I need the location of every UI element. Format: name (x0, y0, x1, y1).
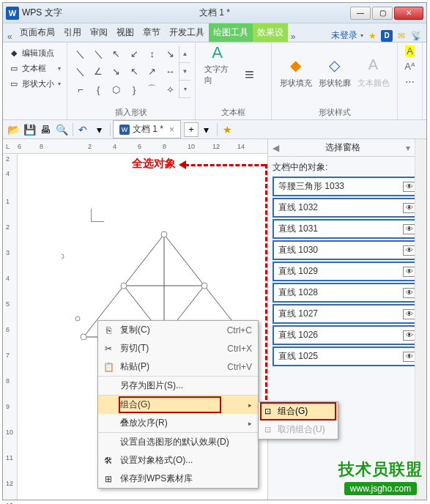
object-list-item[interactable]: 直线 1031👁 (273, 219, 422, 239)
object-list-item[interactable]: 直线 1032👁 (273, 198, 422, 218)
print-button[interactable]: 🖶 (38, 122, 53, 137)
tab-references[interactable]: 引用 (59, 23, 86, 42)
scroll-down-icon[interactable]: ▼ (179, 63, 190, 81)
object-list-item[interactable]: 直线 1028👁 (273, 283, 422, 303)
undo-button[interactable]: ↶ (75, 122, 90, 137)
svg-point-8 (81, 334, 86, 340)
redo-dropdown[interactable]: ▾ (92, 122, 106, 137)
edit-vertex-button[interactable]: ◆编辑顶点 (7, 45, 62, 61)
shape-line2[interactable]: ＼ (90, 45, 108, 62)
menu-format-object[interactable]: 🛠设置对象格式(O)... (98, 451, 258, 470)
shape-arrow-sw[interactable]: ↙ (126, 45, 144, 62)
shape-gallery-scroll[interactable]: ▲ ▼ ▾ (179, 45, 190, 98)
favorite-icon[interactable]: ★ (366, 30, 378, 42)
object-list-item[interactable]: 等腰三角形 1033👁 (273, 177, 422, 196)
doc-title: 文档 1 * (199, 7, 230, 19)
scroll-expand-icon[interactable]: ▾ (179, 81, 190, 98)
shape-angle[interactable]: ∠ (90, 63, 108, 80)
tab-effects[interactable]: 效果设 (253, 23, 288, 42)
shape-corner[interactable]: ⌐ (72, 81, 89, 98)
close-button[interactable]: ✕ (394, 7, 423, 20)
menu-order[interactable]: 叠放次序(R)▸ (98, 414, 258, 433)
disk-icon[interactable]: D (381, 30, 393, 42)
doc-tab-label: 文档 1 * (133, 123, 163, 136)
menu-default-effects[interactable]: 设置自选图形的默认效果(D) (98, 433, 258, 451)
tab-nav-left[interactable]: « (4, 32, 15, 42)
svg-point-7 (161, 231, 167, 237)
vertical-scrollbar[interactable] (415, 139, 426, 500)
shape-arrow-ne[interactable]: ↗ (144, 63, 161, 80)
font-more-button[interactable]: ⋯ (405, 76, 415, 87)
edit-vertex-icon: ◆ (9, 48, 19, 59)
shape-line3[interactable]: ＼ (72, 63, 89, 80)
object-list-item[interactable]: 直线 1027👁 (273, 304, 422, 324)
text-direction-button[interactable]: A文字方向 (204, 56, 231, 86)
shape-arrow-ud[interactable]: ↕ (144, 45, 161, 62)
save-button[interactable]: 💾 (22, 122, 37, 137)
login-link[interactable]: 未登录 (331, 29, 357, 42)
open-button[interactable]: 📂 (6, 122, 21, 137)
text-color-button[interactable]: A文本颜色 (357, 54, 390, 89)
shape-gallery[interactable]: ＼ ＼ ↖ ↙ ↕ ↘ ＼ ∠ ↘ ↖ ↗ ↔ ⌐ { ⬡ } ⌒ (72, 45, 179, 98)
text-align-button[interactable]: ≡ (237, 56, 263, 86)
maximize-button[interactable]: ▢ (372, 7, 393, 20)
object-list-item[interactable]: 直线 1026👁 (273, 325, 422, 345)
doc-tab-close-icon[interactable]: × (169, 125, 174, 135)
object-list-item[interactable]: 直线 1030👁 (273, 240, 422, 260)
shape-arrow-lr[interactable]: ↔ (162, 63, 179, 80)
menu-paste[interactable]: 📋粘贴(P)Ctrl+V (98, 357, 258, 377)
menu-cut[interactable]: ✂剪切(T)Ctrl+X (98, 339, 258, 357)
tab-nav-right[interactable]: » (288, 32, 299, 42)
shape-arc[interactable]: ⌒ (144, 81, 161, 98)
menu-save-to-library[interactable]: ⊞保存到WPS素材库 (98, 470, 258, 488)
tab-page-layout[interactable]: 页面布局 (15, 23, 59, 42)
satellite-icon[interactable]: 📡 (410, 30, 422, 42)
menu-copy[interactable]: ⎘复制(C)Ctrl+C (98, 321, 258, 339)
shape-line[interactable]: ＼ (72, 45, 89, 62)
shape-arrow-nw2[interactable]: ↖ (126, 63, 144, 80)
object-list-item[interactable]: 直线 1025👁 (273, 346, 422, 366)
menu-group[interactable]: 组合(G)▸ (98, 396, 258, 414)
tab-chapter[interactable]: 章节 (138, 23, 165, 42)
menu-save-as-picture[interactable]: 另存为图片(S)... (98, 377, 258, 396)
svg-point-14 (75, 316, 80, 321)
favorite-button[interactable]: ★ (220, 122, 234, 137)
tab-list-button[interactable]: ▾ (199, 122, 213, 137)
chevron-down-icon: ▾ (58, 81, 61, 87)
shape-arrow-nw[interactable]: ↖ (108, 45, 125, 62)
shape-size-button[interactable]: ▭形状大小▾ (7, 76, 62, 92)
side-dropdown-icon[interactable]: ▾ (406, 143, 410, 153)
tab-review[interactable]: 审阅 (86, 23, 112, 42)
text-box-button[interactable]: ▭文本框▾ (7, 61, 62, 76)
shape-brace-r[interactable]: } (126, 81, 144, 98)
shape-brace-l[interactable]: { (90, 81, 108, 98)
object-list-item[interactable]: 直线 1029👁 (273, 262, 422, 281)
font-size-button[interactable]: Aᴬ (404, 61, 415, 72)
login-dropdown-icon[interactable]: ▾ (360, 32, 363, 39)
new-tab-button[interactable]: + (184, 122, 199, 137)
shape-outline-button[interactable]: ◇形状轮廓 (319, 54, 351, 89)
object-name: 直线 1027 (278, 308, 318, 320)
preview-button[interactable]: 🔍 (54, 122, 69, 137)
shape-hex[interactable]: ⬡ (108, 81, 125, 98)
submenu-group[interactable]: ⊡组合(G) (259, 402, 338, 420)
tab-developer[interactable]: 开发工具 (165, 23, 209, 42)
shape-arrow-se[interactable]: ↘ (162, 45, 179, 62)
font-highlight-button[interactable]: A (405, 45, 415, 56)
ribbon-group-font: A Aᴬ ⋯ (398, 42, 423, 119)
side-nav-left-icon[interactable]: ◀ (273, 143, 279, 153)
mail-icon[interactable]: ✉ (396, 30, 407, 42)
scroll-up-icon[interactable]: ▲ (179, 45, 190, 63)
horizontal-ruler[interactable]: L 6 8 2 4 6 8 10 12 14 (3, 139, 267, 154)
selection-pane-title: 选择窗格 (279, 141, 406, 154)
tab-drawing-tools[interactable]: 绘图工具 (209, 23, 253, 42)
object-name: 直线 1026 (278, 329, 318, 341)
shape-arrow-se2[interactable]: ↘ (108, 63, 125, 80)
tab-view[interactable]: 视图 (112, 23, 138, 42)
minimize-button[interactable]: — (350, 7, 371, 20)
shape-star[interactable]: ✧ (162, 81, 179, 98)
object-name: 直线 1032 (278, 201, 318, 214)
document-tab[interactable]: W 文档 1 * × (113, 120, 181, 138)
shape-fill-button[interactable]: ◆形状填充 (280, 54, 312, 89)
vertical-ruler[interactable]: 2 4 1 2 3 4 5 6 7 8 9 10 11 12 13 (3, 154, 18, 500)
